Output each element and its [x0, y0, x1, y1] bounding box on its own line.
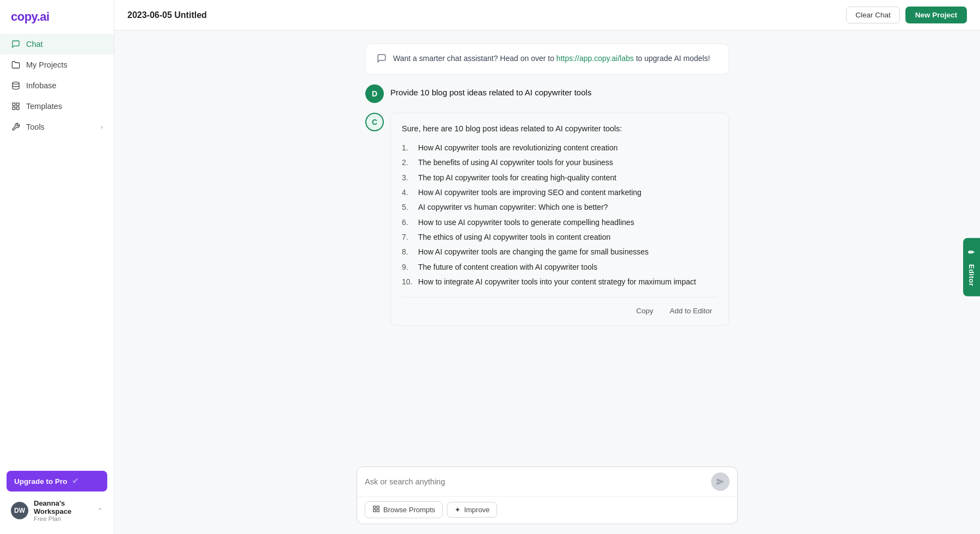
workspace-avatar: DW: [11, 502, 28, 519]
sidebar-item-templates[interactable]: Templates: [0, 96, 114, 117]
user-avatar: D: [365, 84, 384, 103]
workspace-plan: Free Plan: [34, 515, 91, 522]
list-item: 4.How AI copywriter tools are improving …: [402, 186, 718, 198]
svg-rect-2: [16, 103, 19, 106]
svg-rect-6: [377, 506, 379, 508]
list-item: 1.How AI copywriter tools are revolution…: [402, 142, 718, 154]
input-box-wrapper: Browse Prompts ✦ Improve: [357, 466, 738, 524]
sidebar-item-infobase[interactable]: Infobase: [0, 75, 114, 96]
list-item: 3.The top AI copywriter tools for creati…: [402, 172, 718, 184]
browse-prompts-icon: [372, 505, 380, 514]
logo: copy.ai: [0, 0, 114, 32]
chat-input[interactable]: [365, 477, 706, 486]
sidebar-bottom: Upgrade to Pro ✔ DW Deanna's Workspace F…: [0, 463, 114, 534]
header-actions: Clear Chat New Project: [846, 7, 967, 23]
project-title: 2023-06-05 Untitled: [127, 10, 207, 20]
editor-pencil-icon: ✏: [968, 248, 975, 257]
ai-message-row: C Sure, here are 10 blog post ideas rela…: [365, 113, 729, 326]
improve-label: Improve: [464, 506, 489, 514]
ai-response-list: 1.How AI copywriter tools are revolution…: [402, 142, 718, 288]
user-message-text: Provide 10 blog post ideas related to AI…: [390, 84, 591, 97]
list-item: 8.How AI copywriter tools are changing t…: [402, 246, 718, 258]
check-circle-icon: ✔: [72, 476, 79, 486]
svg-rect-3: [13, 107, 15, 110]
system-message: Want a smarter chat assistant? Head on o…: [365, 44, 729, 75]
message-icon: [377, 53, 387, 65]
svg-rect-1: [13, 103, 15, 106]
sidebar-item-tools[interactable]: Tools ›: [0, 117, 114, 137]
workspace-chevron-icon: ⌃: [97, 507, 103, 515]
chat-inner: Want a smarter chat assistant? Head on o…: [357, 44, 738, 326]
improve-icon: ✦: [455, 506, 461, 514]
list-item: 7.The ethics of using AI copywriter tool…: [402, 231, 718, 243]
list-item: 9.The future of content creation with AI…: [402, 261, 718, 273]
folder-icon: [11, 60, 21, 70]
sidebar: copy.ai Chat My Projects Infobase: [0, 0, 114, 534]
sidebar-item-chat[interactable]: Chat: [0, 34, 114, 54]
svg-rect-8: [377, 509, 379, 512]
list-item: 10.How to integrate AI copywriter tools …: [402, 276, 718, 288]
chat-icon: [11, 39, 21, 49]
list-item: 6.How to use AI copywriter tools to gene…: [402, 216, 718, 228]
database-icon: [11, 81, 21, 90]
svg-point-0: [13, 82, 19, 84]
editor-tab[interactable]: ✏ Editor: [963, 238, 980, 296]
tools-arrow-icon: ›: [101, 123, 103, 131]
ai-response-intro: Sure, here are 10 blog post ideas relate…: [402, 123, 718, 135]
input-row: [357, 467, 737, 496]
svg-rect-7: [373, 509, 376, 512]
browse-prompts-button[interactable]: Browse Prompts: [365, 501, 443, 518]
sidebar-item-tools-label: Tools: [26, 123, 45, 131]
send-button[interactable]: [711, 472, 730, 491]
upgrade-label: Upgrade to Pro: [14, 477, 68, 486]
main-header: 2023-06-05 Untitled Clear Chat New Proje…: [114, 0, 980, 31]
ai-bubble: Sure, here are 10 blog post ideas relate…: [390, 113, 729, 326]
sidebar-item-chat-label: Chat: [26, 40, 43, 48]
system-message-link[interactable]: https://app.copy.ai/labs: [556, 54, 634, 63]
browse-prompts-label: Browse Prompts: [383, 506, 435, 514]
sidebar-item-templates-label: Templates: [26, 102, 62, 111]
svg-rect-4: [16, 107, 19, 110]
sidebar-nav: Chat My Projects Infobase Templates: [0, 32, 114, 463]
list-item: 5.AI copywriter vs human copywriter: Whi…: [402, 201, 718, 213]
input-actions-row: Browse Prompts ✦ Improve: [357, 496, 737, 524]
upgrade-to-pro-button[interactable]: Upgrade to Pro ✔: [7, 471, 107, 491]
svg-rect-5: [373, 506, 376, 508]
chat-input-area: Browse Prompts ✦ Improve: [114, 459, 980, 534]
user-message-row: D Provide 10 blog post ideas related to …: [365, 84, 729, 103]
logo-text: copy.ai: [11, 10, 50, 24]
ai-avatar: C: [365, 113, 384, 131]
main-content: 2023-06-05 Untitled Clear Chat New Proje…: [114, 0, 980, 534]
sidebar-item-my-projects[interactable]: My Projects: [0, 54, 114, 75]
tools-icon: [11, 122, 21, 132]
workspace-row[interactable]: DW Deanna's Workspace Free Plan ⌃: [7, 497, 107, 524]
workspace-info: Deanna's Workspace Free Plan: [34, 499, 91, 522]
system-message-text: Want a smarter chat assistant? Head on o…: [393, 53, 710, 64]
workspace-name: Deanna's Workspace: [34, 499, 91, 515]
editor-tab-label: Editor: [967, 264, 976, 287]
sidebar-item-infobase-label: Infobase: [26, 81, 57, 90]
grid-icon: [11, 101, 21, 111]
new-project-button[interactable]: New Project: [905, 7, 967, 23]
list-item: 2.The benefits of using AI copywriter to…: [402, 156, 718, 168]
add-to-editor-button[interactable]: Add to Editor: [664, 304, 718, 318]
chat-area: Want a smarter chat assistant? Head on o…: [114, 31, 980, 459]
clear-chat-button[interactable]: Clear Chat: [846, 7, 900, 23]
sidebar-item-my-projects-label: My Projects: [26, 60, 68, 69]
copy-button[interactable]: Copy: [630, 304, 659, 318]
ai-actions: Copy Add to Editor: [402, 297, 718, 318]
improve-button[interactable]: ✦ Improve: [447, 502, 497, 518]
